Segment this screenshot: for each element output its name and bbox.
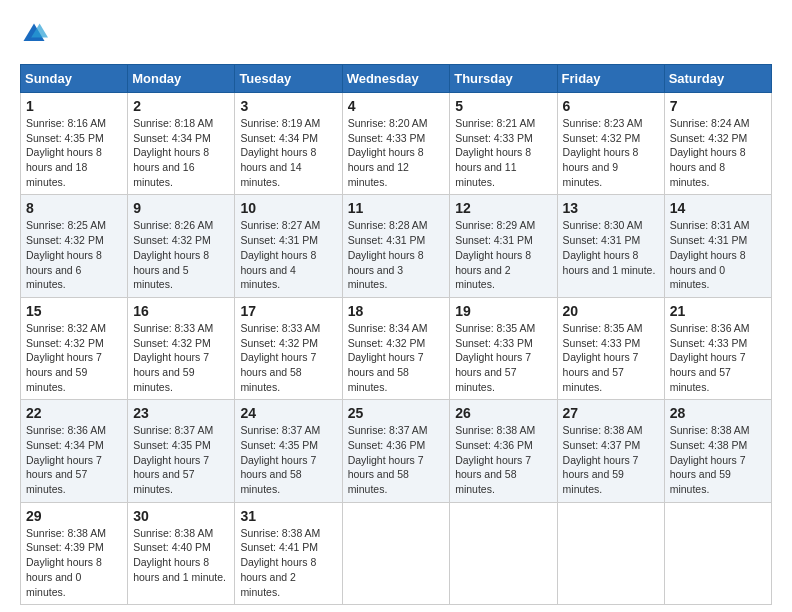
calendar-cell: 30 Sunrise: 8:38 AM Sunset: 4:40 PM Dayl… — [128, 502, 235, 604]
calendar-cell: 8 Sunrise: 8:25 AM Sunset: 4:32 PM Dayli… — [21, 195, 128, 297]
day-number: 17 — [240, 303, 336, 319]
calendar-cell: 12 Sunrise: 8:29 AM Sunset: 4:31 PM Dayl… — [450, 195, 557, 297]
logo — [20, 20, 52, 48]
calendar-cell: 13 Sunrise: 8:30 AM Sunset: 4:31 PM Dayl… — [557, 195, 664, 297]
day-info: Sunrise: 8:30 AM Sunset: 4:31 PM Dayligh… — [563, 218, 659, 277]
calendar-table: SundayMondayTuesdayWednesdayThursdayFrid… — [20, 64, 772, 605]
weekday-header-saturday: Saturday — [664, 65, 771, 93]
calendar-week-row: 8 Sunrise: 8:25 AM Sunset: 4:32 PM Dayli… — [21, 195, 772, 297]
day-number: 31 — [240, 508, 336, 524]
calendar-cell: 3 Sunrise: 8:19 AM Sunset: 4:34 PM Dayli… — [235, 93, 342, 195]
day-info: Sunrise: 8:24 AM Sunset: 4:32 PM Dayligh… — [670, 116, 766, 189]
day-info: Sunrise: 8:34 AM Sunset: 4:32 PM Dayligh… — [348, 321, 445, 394]
day-number: 9 — [133, 200, 229, 216]
calendar-cell: 11 Sunrise: 8:28 AM Sunset: 4:31 PM Dayl… — [342, 195, 450, 297]
day-info: Sunrise: 8:36 AM Sunset: 4:33 PM Dayligh… — [670, 321, 766, 394]
calendar-cell: 2 Sunrise: 8:18 AM Sunset: 4:34 PM Dayli… — [128, 93, 235, 195]
day-info: Sunrise: 8:38 AM Sunset: 4:37 PM Dayligh… — [563, 423, 659, 496]
calendar-cell: 19 Sunrise: 8:35 AM Sunset: 4:33 PM Dayl… — [450, 297, 557, 399]
day-info: Sunrise: 8:38 AM Sunset: 4:40 PM Dayligh… — [133, 526, 229, 585]
day-info: Sunrise: 8:18 AM Sunset: 4:34 PM Dayligh… — [133, 116, 229, 189]
day-info: Sunrise: 8:27 AM Sunset: 4:31 PM Dayligh… — [240, 218, 336, 291]
calendar-cell: 16 Sunrise: 8:33 AM Sunset: 4:32 PM Dayl… — [128, 297, 235, 399]
weekday-header-wednesday: Wednesday — [342, 65, 450, 93]
day-info: Sunrise: 8:31 AM Sunset: 4:31 PM Dayligh… — [670, 218, 766, 291]
calendar-cell: 14 Sunrise: 8:31 AM Sunset: 4:31 PM Dayl… — [664, 195, 771, 297]
day-info: Sunrise: 8:37 AM Sunset: 4:35 PM Dayligh… — [240, 423, 336, 496]
day-info: Sunrise: 8:19 AM Sunset: 4:34 PM Dayligh… — [240, 116, 336, 189]
day-number: 21 — [670, 303, 766, 319]
calendar-cell: 6 Sunrise: 8:23 AM Sunset: 4:32 PM Dayli… — [557, 93, 664, 195]
day-number: 27 — [563, 405, 659, 421]
weekday-header-thursday: Thursday — [450, 65, 557, 93]
calendar-cell: 26 Sunrise: 8:38 AM Sunset: 4:36 PM Dayl… — [450, 400, 557, 502]
calendar-cell — [342, 502, 450, 604]
day-number: 7 — [670, 98, 766, 114]
day-number: 8 — [26, 200, 122, 216]
day-number: 12 — [455, 200, 551, 216]
day-info: Sunrise: 8:36 AM Sunset: 4:34 PM Dayligh… — [26, 423, 122, 496]
weekday-header-sunday: Sunday — [21, 65, 128, 93]
calendar-cell: 5 Sunrise: 8:21 AM Sunset: 4:33 PM Dayli… — [450, 93, 557, 195]
calendar-cell — [664, 502, 771, 604]
calendar-cell: 20 Sunrise: 8:35 AM Sunset: 4:33 PM Dayl… — [557, 297, 664, 399]
day-info: Sunrise: 8:20 AM Sunset: 4:33 PM Dayligh… — [348, 116, 445, 189]
day-info: Sunrise: 8:33 AM Sunset: 4:32 PM Dayligh… — [240, 321, 336, 394]
calendar-cell: 9 Sunrise: 8:26 AM Sunset: 4:32 PM Dayli… — [128, 195, 235, 297]
day-info: Sunrise: 8:21 AM Sunset: 4:33 PM Dayligh… — [455, 116, 551, 189]
day-number: 24 — [240, 405, 336, 421]
day-number: 19 — [455, 303, 551, 319]
day-number: 15 — [26, 303, 122, 319]
calendar-cell — [450, 502, 557, 604]
day-number: 26 — [455, 405, 551, 421]
calendar-cell: 31 Sunrise: 8:38 AM Sunset: 4:41 PM Dayl… — [235, 502, 342, 604]
calendar-week-row: 1 Sunrise: 8:16 AM Sunset: 4:35 PM Dayli… — [21, 93, 772, 195]
day-number: 11 — [348, 200, 445, 216]
day-number: 30 — [133, 508, 229, 524]
day-info: Sunrise: 8:38 AM Sunset: 4:36 PM Dayligh… — [455, 423, 551, 496]
calendar-cell: 17 Sunrise: 8:33 AM Sunset: 4:32 PM Dayl… — [235, 297, 342, 399]
calendar-week-row: 22 Sunrise: 8:36 AM Sunset: 4:34 PM Dayl… — [21, 400, 772, 502]
day-number: 18 — [348, 303, 445, 319]
calendar-cell: 15 Sunrise: 8:32 AM Sunset: 4:32 PM Dayl… — [21, 297, 128, 399]
day-info: Sunrise: 8:35 AM Sunset: 4:33 PM Dayligh… — [563, 321, 659, 394]
weekday-header-monday: Monday — [128, 65, 235, 93]
calendar-cell: 27 Sunrise: 8:38 AM Sunset: 4:37 PM Dayl… — [557, 400, 664, 502]
calendar-cell: 24 Sunrise: 8:37 AM Sunset: 4:35 PM Dayl… — [235, 400, 342, 502]
weekday-header-friday: Friday — [557, 65, 664, 93]
day-number: 3 — [240, 98, 336, 114]
day-info: Sunrise: 8:38 AM Sunset: 4:38 PM Dayligh… — [670, 423, 766, 496]
day-info: Sunrise: 8:23 AM Sunset: 4:32 PM Dayligh… — [563, 116, 659, 189]
day-number: 6 — [563, 98, 659, 114]
day-info: Sunrise: 8:38 AM Sunset: 4:39 PM Dayligh… — [26, 526, 122, 599]
calendar-week-row: 15 Sunrise: 8:32 AM Sunset: 4:32 PM Dayl… — [21, 297, 772, 399]
day-info: Sunrise: 8:32 AM Sunset: 4:32 PM Dayligh… — [26, 321, 122, 394]
calendar-cell: 1 Sunrise: 8:16 AM Sunset: 4:35 PM Dayli… — [21, 93, 128, 195]
calendar-cell: 7 Sunrise: 8:24 AM Sunset: 4:32 PM Dayli… — [664, 93, 771, 195]
day-info: Sunrise: 8:35 AM Sunset: 4:33 PM Dayligh… — [455, 321, 551, 394]
calendar-cell — [557, 502, 664, 604]
calendar-cell: 18 Sunrise: 8:34 AM Sunset: 4:32 PM Dayl… — [342, 297, 450, 399]
day-number: 4 — [348, 98, 445, 114]
calendar-cell: 22 Sunrise: 8:36 AM Sunset: 4:34 PM Dayl… — [21, 400, 128, 502]
day-number: 16 — [133, 303, 229, 319]
weekday-header-tuesday: Tuesday — [235, 65, 342, 93]
day-info: Sunrise: 8:37 AM Sunset: 4:36 PM Dayligh… — [348, 423, 445, 496]
calendar-cell: 10 Sunrise: 8:27 AM Sunset: 4:31 PM Dayl… — [235, 195, 342, 297]
day-info: Sunrise: 8:28 AM Sunset: 4:31 PM Dayligh… — [348, 218, 445, 291]
calendar-cell: 21 Sunrise: 8:36 AM Sunset: 4:33 PM Dayl… — [664, 297, 771, 399]
day-number: 28 — [670, 405, 766, 421]
calendar-header-row: SundayMondayTuesdayWednesdayThursdayFrid… — [21, 65, 772, 93]
day-number: 23 — [133, 405, 229, 421]
calendar-week-row: 29 Sunrise: 8:38 AM Sunset: 4:39 PM Dayl… — [21, 502, 772, 604]
calendar-cell: 23 Sunrise: 8:37 AM Sunset: 4:35 PM Dayl… — [128, 400, 235, 502]
day-info: Sunrise: 8:26 AM Sunset: 4:32 PM Dayligh… — [133, 218, 229, 291]
day-number: 2 — [133, 98, 229, 114]
day-info: Sunrise: 8:33 AM Sunset: 4:32 PM Dayligh… — [133, 321, 229, 394]
day-number: 25 — [348, 405, 445, 421]
day-number: 13 — [563, 200, 659, 216]
day-info: Sunrise: 8:16 AM Sunset: 4:35 PM Dayligh… — [26, 116, 122, 189]
day-number: 14 — [670, 200, 766, 216]
calendar-cell: 29 Sunrise: 8:38 AM Sunset: 4:39 PM Dayl… — [21, 502, 128, 604]
day-number: 1 — [26, 98, 122, 114]
